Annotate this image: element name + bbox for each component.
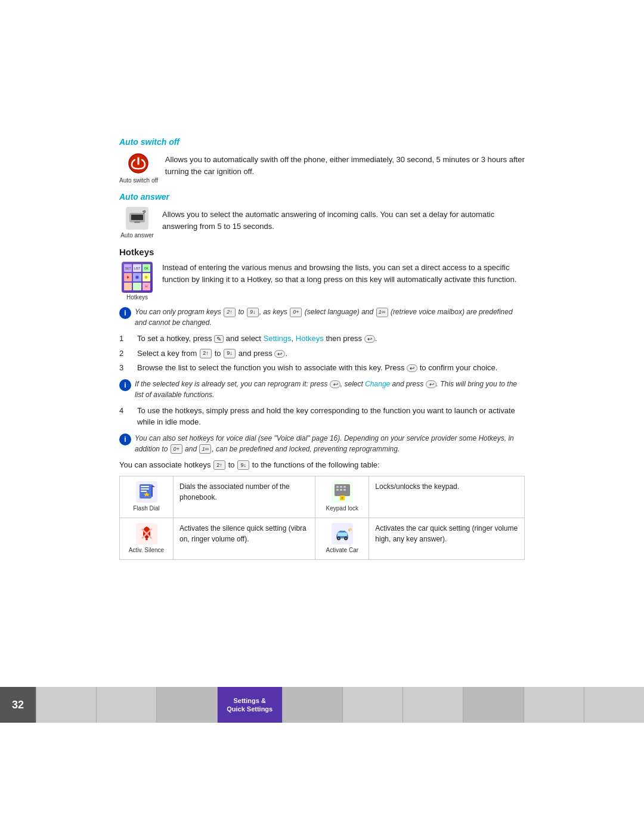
activate-car-description: Activates the car quick setting (ringer … bbox=[369, 518, 525, 560]
activate-car-label: Activate Car bbox=[326, 546, 358, 555]
svg-rect-17 bbox=[343, 486, 346, 488]
auto-answer-icon-box: Auto answer bbox=[119, 206, 155, 239]
hotkeys-icon-box: SET LIST OK H bbox=[119, 262, 155, 301]
auto-answer-section: Auto answer Allows you to select the aut… bbox=[119, 206, 525, 239]
nav-tab-9[interactable] bbox=[524, 687, 584, 723]
keypad-lock-icon-wrapper: Keypad lock bbox=[321, 481, 363, 513]
activate-car-icon-cell: Activate Car bbox=[315, 518, 369, 560]
activ-silence-icon-cell: Activ. Silence bbox=[120, 518, 174, 560]
svg-rect-19 bbox=[340, 489, 342, 491]
svg-rect-20 bbox=[343, 489, 346, 491]
nav-tab-6[interactable] bbox=[342, 687, 402, 723]
svg-rect-29 bbox=[338, 532, 347, 536]
hotkeys-title: Hotkeys bbox=[119, 247, 525, 257]
svg-rect-3 bbox=[131, 215, 143, 220]
table-row: Activ. Silence Activates the silence qui… bbox=[120, 518, 525, 560]
flash-dial-icon-wrapper: Flash Dial bbox=[126, 481, 167, 513]
auto-switch-off-icon-box: Auto switch off bbox=[119, 151, 158, 184]
hotkeys-table: Flash Dial Dials the associated number o… bbox=[119, 476, 525, 560]
step-3: 3 Browse the list to select the function… bbox=[119, 362, 525, 374]
nav-tab-1[interactable] bbox=[36, 687, 96, 723]
info-icon-2: i bbox=[119, 379, 131, 391]
nav-tab-10[interactable] bbox=[584, 687, 644, 723]
auto-switch-off-section: Auto switch off Allows you to automatica… bbox=[119, 151, 525, 184]
svg-rect-5 bbox=[136, 276, 139, 279]
page-number: 32 bbox=[0, 687, 36, 723]
activate-car-icon bbox=[332, 523, 353, 544]
hotkeys-note3-text: You can also set hotkeys for voice dial … bbox=[135, 433, 525, 454]
activate-car-icon-wrapper: Activate Car bbox=[321, 523, 363, 555]
hotkeys-description: Instead of entering the various menus an… bbox=[162, 262, 525, 285]
hotkeys-section: SET LIST OK H bbox=[119, 262, 525, 301]
table-intro: You can associate hotkeys 2↑ to 9↓ to th… bbox=[119, 460, 525, 470]
nav-tab-2[interactable] bbox=[96, 687, 156, 723]
auto-answer-icon bbox=[125, 206, 149, 230]
hotkeys-steps: 1 To set a hotkey, press ✎ and select Se… bbox=[119, 333, 525, 374]
info-icon-3: i bbox=[119, 433, 131, 445]
hotkeys-note3: i You can also set hotkeys for voice dia… bbox=[119, 433, 525, 454]
hotkeys-note1-text: You can only program keys 2↑ to 9↓, as k… bbox=[135, 306, 525, 328]
flash-dial-icon-cell: Flash Dial bbox=[120, 476, 174, 518]
svg-rect-11 bbox=[141, 491, 147, 492]
hotkeys-note1: i You can only program keys 2↑ to 9↓, as… bbox=[119, 306, 525, 328]
auto-switch-off-description: Allows you to automatically swith off th… bbox=[165, 151, 525, 177]
hotkeys-icon: SET LIST OK H bbox=[122, 262, 153, 293]
svg-point-33 bbox=[345, 538, 346, 540]
auto-answer-label: Auto answer bbox=[120, 232, 154, 239]
content-area: Auto switch off Auto switch off Allows y… bbox=[119, 0, 525, 572]
svg-point-25 bbox=[145, 538, 148, 540]
keypad-lock-description: Locks/unlocks the keypad. bbox=[369, 476, 525, 518]
svg-rect-10 bbox=[141, 488, 149, 490]
activ-silence-icon-wrapper: Activ. Silence bbox=[126, 523, 167, 555]
flash-dial-description: Dials the associated number of the phone… bbox=[174, 476, 315, 518]
keypad-lock-label: Keypad lock bbox=[326, 504, 358, 513]
nav-tab-3[interactable] bbox=[156, 687, 216, 723]
step-1: 1 To set a hotkey, press ✎ and select Se… bbox=[119, 333, 525, 345]
activ-silence-description: Activates the silence quick setting (vib… bbox=[174, 518, 315, 560]
auto-answer-description: Allows you to select the automatic answe… bbox=[162, 206, 525, 232]
table-row: Flash Dial Dials the associated number o… bbox=[120, 476, 525, 518]
hotkeys-step4: 4 To use the hotkeys, simply press and h… bbox=[119, 405, 525, 428]
nav-tab-active-label: Settings &Quick Settings bbox=[227, 696, 273, 714]
auto-switch-off-icon bbox=[126, 151, 150, 175]
hotkeys-note2: i If the selected key is already set, yo… bbox=[119, 379, 525, 400]
flash-dial-icon bbox=[136, 481, 157, 503]
auto-switch-off-label: Auto switch off bbox=[119, 177, 158, 184]
auto-switch-off-title: Auto switch off bbox=[119, 137, 525, 147]
keypad-lock-icon-cell: Keypad lock bbox=[315, 476, 369, 518]
bottom-nav: 32 Settings &Quick Settings bbox=[0, 687, 644, 723]
svg-rect-18 bbox=[336, 489, 339, 491]
svg-rect-24 bbox=[145, 536, 148, 538]
nav-tabs: Settings &Quick Settings bbox=[36, 687, 644, 723]
hotkeys-label: Hotkeys bbox=[126, 294, 148, 301]
flash-dial-label: Flash Dial bbox=[133, 504, 159, 513]
step-4: 4 To use the hotkeys, simply press and h… bbox=[119, 405, 525, 428]
step-2: 2 Select a key from 2↑ to 9↓ and press ↩… bbox=[119, 348, 525, 360]
activ-silence-label: Activ. Silence bbox=[129, 546, 164, 555]
svg-rect-15 bbox=[336, 486, 339, 488]
svg-point-32 bbox=[338, 538, 339, 540]
svg-rect-9 bbox=[141, 486, 149, 487]
nav-tab-5[interactable] bbox=[282, 687, 342, 723]
svg-rect-16 bbox=[340, 486, 342, 488]
svg-point-22 bbox=[341, 497, 343, 499]
svg-point-6 bbox=[145, 276, 148, 279]
nav-tab-8[interactable] bbox=[463, 687, 523, 723]
activ-silence-icon bbox=[136, 523, 157, 544]
hotkeys-note2-text: If the selected key is already set, you … bbox=[135, 379, 525, 400]
nav-tab-4-settings[interactable]: Settings &Quick Settings bbox=[217, 687, 282, 723]
info-icon-1: i bbox=[119, 307, 131, 319]
svg-rect-4 bbox=[134, 221, 140, 223]
nav-tab-7[interactable] bbox=[402, 687, 463, 723]
auto-answer-title: Auto answer bbox=[119, 192, 525, 202]
keypad-lock-icon bbox=[332, 481, 353, 503]
page-container: Auto switch off Auto switch off Allows y… bbox=[0, 0, 644, 833]
